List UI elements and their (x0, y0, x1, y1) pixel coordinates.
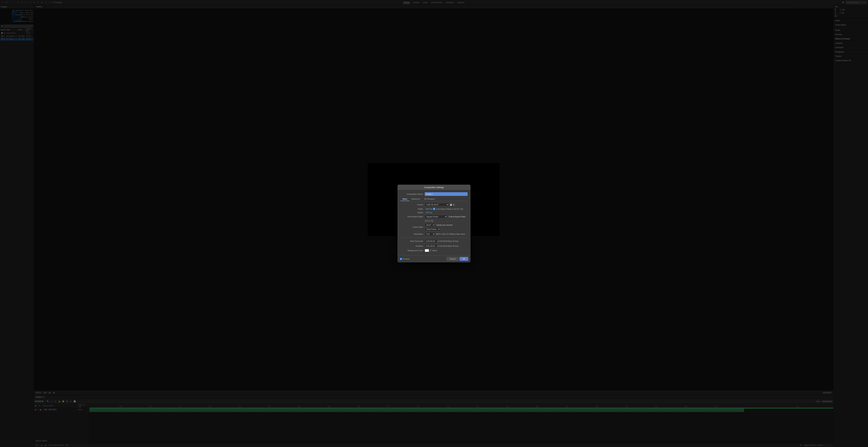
height-row: Height: 2160 px (401, 211, 467, 213)
bg-color-swatch[interactable] (425, 249, 429, 252)
ok-button[interactable]: OK (460, 257, 468, 261)
frame-aspect-text: Frame Aspect Ratio (449, 216, 466, 218)
drop-frame-select[interactable]: Drop Frame (425, 228, 440, 231)
duration-row: Duration: is 0;01;30;00 Base 30 drop (401, 244, 467, 248)
pixel-aspect-label: Pixel Aspect Ratio: (401, 216, 425, 218)
tab-3d-renderer[interactable]: 3D Renderer (422, 197, 437, 201)
resolution-select[interactable]: Full (425, 232, 435, 236)
duration-label: Duration: (401, 245, 425, 247)
pixel-aspect-select[interactable]: Square Pixels (425, 215, 447, 218)
height-value: 2160 (426, 211, 430, 213)
tab-basic[interactable]: Basic (401, 197, 409, 201)
start-timecode-control: is 0;00;00;00 Base 30 drop (425, 239, 467, 243)
frame-aspect-value: 16:9 (1.78) (425, 220, 433, 222)
preview-label: Preview (403, 258, 409, 260)
bg-color-name: Black (432, 249, 437, 251)
pixel-aspect-row: Pixel Aspect Ratio: Square Pixels Frame … (401, 215, 467, 218)
comp-name-input[interactable] (425, 192, 467, 196)
height-px: px (430, 212, 432, 213)
dialog-body: Composition Name: Basic Advanced 3D Rend… (398, 190, 470, 256)
preset-label: Preset: (401, 204, 425, 206)
preset-save-icon[interactable]: 💾 (450, 204, 452, 206)
start-timecode-row: Start Timecode: is 0;00;00;00 Base 30 dr… (401, 239, 467, 243)
lock-aspect-checkbox[interactable] (433, 208, 435, 210)
frame-aspect-row: 16:9 (1.78) (401, 220, 467, 222)
preview-checkbox[interactable] (400, 258, 402, 260)
frame-rate-control: 29.97 frames per second Drop Frame (425, 223, 467, 231)
comp-name-row: Composition Name: (401, 192, 467, 196)
frame-rate-label: Frame Rate: (401, 226, 425, 228)
dialog-tabs: Basic Advanced 3D Renderer (401, 197, 467, 201)
lock-aspect-label: Lock Aspect Ratio to 16:9 (1.78) (433, 208, 463, 210)
bg-color-control: 🖉 Black (425, 249, 467, 252)
height-control: 2160 px (425, 211, 467, 213)
frame-rate-row: Frame Rate: 29.97 frames per second Drop… (401, 223, 467, 231)
frame-rate-select[interactable]: 29.97 (425, 223, 435, 227)
resolution-extra: 3840 x 2160, 31.6 MB per 8bpc frame (436, 233, 465, 235)
tab-advanced[interactable]: Advanced (409, 197, 422, 201)
width-px: px (430, 208, 432, 210)
eyedropper-icon[interactable]: 🖉 (430, 249, 432, 252)
preview-row: Preview (400, 258, 409, 260)
comp-name-control (425, 192, 467, 196)
lock-aspect-text: Lock Aspect Ratio to 16:9 (1.78) (436, 208, 463, 210)
cancel-button[interactable]: Cancel (447, 257, 459, 261)
frame-aspect-value-row: 16:9 (1.78) (425, 220, 467, 222)
divider1 (401, 237, 467, 238)
modal-overlay: Composition Settings Composition Name: B… (0, 0, 868, 447)
duration-input[interactable] (425, 244, 437, 248)
comp-name-label: Composition Name: (401, 193, 425, 195)
preset-delete-icon[interactable]: 🗑 (453, 204, 455, 206)
height-label: Height: (401, 211, 425, 213)
width-control: 3840 px Lock Aspect Ratio to 16:9 (1.78) (425, 208, 467, 210)
preset-row: Preset: UHD 4K 29.97 💾 🗑 (401, 203, 467, 206)
width-value: 3840 (426, 208, 430, 210)
duration-control: is 0;01;30;00 Base 30 drop (425, 244, 467, 248)
resolution-control: Full 3840 x 2160, 31.6 MB per 8bpc frame (425, 232, 467, 236)
dialog-title: Composition Settings (398, 185, 470, 190)
duration-extra: is 0;01;30;00 Base 30 drop (438, 245, 459, 247)
bg-color-label: Background Color: (401, 249, 425, 251)
width-label: Width: (401, 208, 425, 210)
width-row: Width: 3840 px Lock Aspect Ratio to 16:9… (401, 208, 467, 210)
start-timecode-label: Start Timecode: (401, 240, 425, 242)
start-timecode-input[interactable] (425, 239, 437, 243)
dialog-footer: Preview Cancel OK (398, 256, 470, 262)
resolution-label: Resolution: (401, 233, 425, 235)
bg-color-row: Background Color: 🖉 Black (401, 249, 467, 252)
start-timecode-extra: is 0;00;00;00 Base 30 drop (438, 240, 459, 242)
fps-label: frames per second (437, 224, 453, 226)
resolution-row: Resolution: Full 3840 x 2160, 31.6 MB pe… (401, 232, 467, 236)
preset-select[interactable]: UHD 4K 29.97 (425, 203, 449, 206)
pixel-aspect-control: Square Pixels Frame Aspect Ratio (425, 215, 467, 218)
composition-settings-dialog: Composition Settings Composition Name: B… (398, 185, 470, 262)
preset-control: UHD 4K 29.97 💾 🗑 (425, 203, 467, 206)
